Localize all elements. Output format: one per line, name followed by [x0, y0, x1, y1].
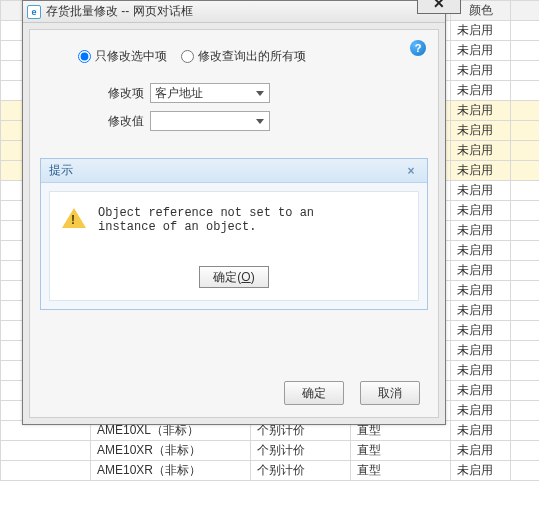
cell: 未启用	[451, 461, 511, 481]
prompt-ok-suffix: )	[251, 270, 255, 284]
modify-item-value: 客户地址	[155, 85, 203, 102]
cell: 未启用	[451, 221, 511, 241]
cell	[511, 461, 540, 481]
cell	[511, 321, 540, 341]
cell: 未启用	[451, 261, 511, 281]
cell	[511, 261, 540, 281]
prompt-body: Object reference not set to an instance …	[49, 191, 419, 301]
cell: 未启用	[451, 341, 511, 361]
modify-value-row: 修改值	[100, 111, 428, 131]
cell	[511, 241, 540, 261]
dialog-button-row: 确定 取消	[284, 381, 420, 405]
cell: 未启用	[451, 121, 511, 141]
table-row: AME10XR（非标）个别计价直型未启用	[1, 461, 540, 481]
prompt-title: 提示	[49, 162, 73, 179]
prompt-message-row: Object reference not set to an instance …	[62, 206, 406, 256]
cell: 未启用	[451, 41, 511, 61]
cell: 直型	[351, 441, 451, 461]
modify-value-combo[interactable]	[150, 111, 270, 131]
cell	[511, 221, 540, 241]
prompt-message: Object reference not set to an instance …	[98, 206, 368, 234]
modify-item-label: 修改项	[100, 85, 144, 102]
cell: 未启用	[451, 61, 511, 81]
cell: 未启用	[451, 101, 511, 121]
cell	[511, 441, 540, 461]
cell	[511, 101, 540, 121]
cell: AME10XR（非标）	[91, 441, 251, 461]
table-row: AME10XR（非标）个别计价直型未启用	[1, 441, 540, 461]
cell: 个别计价	[251, 441, 351, 461]
close-button[interactable]: ✕	[417, 0, 461, 14]
help-icon[interactable]: ?	[410, 40, 426, 56]
ok-button[interactable]: 确定	[284, 381, 344, 405]
cell: 未启用	[451, 401, 511, 421]
radio-selected-only-label: 只修改选中项	[95, 48, 167, 65]
cell	[511, 81, 540, 101]
cell	[511, 21, 540, 41]
cell	[511, 341, 540, 361]
cell: AME10XR（非标）	[91, 461, 251, 481]
cell	[1, 441, 91, 461]
cell: 未启用	[451, 181, 511, 201]
cell: 未启用	[451, 361, 511, 381]
col-e	[511, 1, 540, 21]
dialog-titlebar: e 存货批量修改 -- 网页对话框 ✕	[23, 1, 445, 23]
cell	[511, 281, 540, 301]
cell: 未启用	[451, 161, 511, 181]
cell	[511, 201, 540, 221]
cell	[511, 361, 540, 381]
cell	[511, 301, 540, 321]
cell: 直型	[351, 461, 451, 481]
error-prompt: 提示 × Object reference not set to an inst…	[40, 158, 428, 310]
cell	[511, 161, 540, 181]
radio-all-query[interactable]: 修改查询出的所有项	[181, 48, 306, 65]
cell	[511, 181, 540, 201]
cell: 未启用	[451, 441, 511, 461]
prompt-ok-button[interactable]: 确定(O)	[199, 266, 269, 288]
cell: 未启用	[451, 81, 511, 101]
scope-radio-group: 只修改选中项 修改查询出的所有项	[78, 48, 428, 65]
cell	[511, 421, 540, 441]
cancel-button[interactable]: 取消	[360, 381, 420, 405]
cell: 未启用	[451, 421, 511, 441]
cell: 未启用	[451, 281, 511, 301]
cell	[511, 141, 540, 161]
cell: 未启用	[451, 21, 511, 41]
cell: 个别计价	[251, 461, 351, 481]
dialog-body: ? 只修改选中项 修改查询出的所有项 修改项 客户地址 修改值	[29, 29, 439, 418]
cell	[511, 61, 540, 81]
prompt-head: 提示 ×	[41, 159, 427, 183]
radio-selected-only-input[interactable]	[78, 50, 91, 63]
cell	[511, 381, 540, 401]
cell: 未启用	[451, 381, 511, 401]
cell	[511, 121, 540, 141]
prompt-ok-hotkey: O	[241, 270, 250, 284]
prompt-ok-prefix: 确定(	[213, 269, 241, 286]
cell	[1, 461, 91, 481]
cell: 未启用	[451, 201, 511, 221]
cell: 未启用	[451, 241, 511, 261]
batch-modify-dialog: e 存货批量修改 -- 网页对话框 ✕ ? 只修改选中项 修改查询出的所有项 修…	[22, 0, 446, 425]
modify-item-row: 修改项 客户地址	[100, 83, 428, 103]
warning-icon	[62, 208, 86, 228]
modify-value-label: 修改值	[100, 113, 144, 130]
radio-selected-only[interactable]: 只修改选中项	[78, 48, 167, 65]
app-icon: e	[27, 5, 41, 19]
cell: 未启用	[451, 301, 511, 321]
prompt-close-icon[interactable]: ×	[403, 164, 419, 178]
radio-all-query-label: 修改查询出的所有项	[198, 48, 306, 65]
cell	[511, 41, 540, 61]
dialog-title: 存货批量修改 -- 网页对话框	[46, 3, 193, 20]
cell: 未启用	[451, 321, 511, 341]
radio-all-query-input[interactable]	[181, 50, 194, 63]
modify-item-combo[interactable]: 客户地址	[150, 83, 270, 103]
cell: 未启用	[451, 141, 511, 161]
cell	[511, 401, 540, 421]
